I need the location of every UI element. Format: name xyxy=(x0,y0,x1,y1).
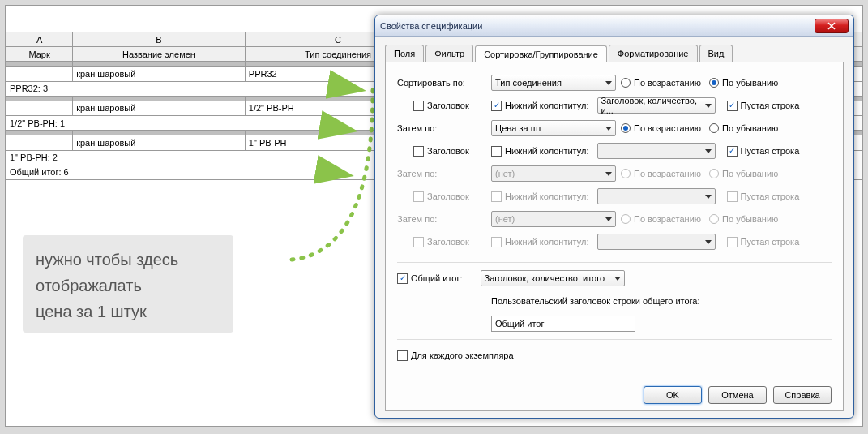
level-header-checkbox[interactable]: Заголовок xyxy=(413,101,486,111)
table-cell[interactable]: кран шаровый xyxy=(73,101,246,116)
sort-asc-radio[interactable]: По возрастанию xyxy=(621,123,701,133)
column-header[interactable]: Марк xyxy=(6,47,73,62)
cancel-button[interactable]: Отмена xyxy=(708,386,767,404)
level-footer-select xyxy=(597,234,716,250)
close-button[interactable] xyxy=(815,19,849,33)
table-cell[interactable] xyxy=(6,67,73,82)
level-header-checkbox: Заголовок xyxy=(413,191,486,202)
sort-asc-radio[interactable]: По возрастанию xyxy=(621,78,701,88)
close-icon xyxy=(827,22,836,30)
sort-desc-radio[interactable]: По убыванию xyxy=(709,123,778,133)
level-footer-select[interactable]: Заголовок, количество, и... xyxy=(597,97,716,114)
level-header-checkbox[interactable]: Заголовок xyxy=(413,146,486,157)
column-letter[interactable]: B xyxy=(73,32,246,47)
grand-total-label: Общий итог: xyxy=(411,273,463,283)
level-footer-checkbox[interactable]: Нижний колонтитул: xyxy=(491,146,589,157)
sorting-grouping-pane: Сортировать по:Тип соединенияПо возраста… xyxy=(385,62,844,411)
grand-total-checkbox[interactable]: Общий итог: xyxy=(397,273,463,284)
blank-line-checkbox[interactable]: Пустая строка xyxy=(727,101,800,111)
custom-title-label: Пользовательский заголовок строки общего… xyxy=(491,296,700,306)
then-by-label: Затем по: xyxy=(397,214,486,224)
help-button[interactable]: Справка xyxy=(773,386,832,404)
dialog-titlebar: Свойства спецификации xyxy=(375,15,853,37)
blank-line-checkbox: Пустая строка xyxy=(727,237,800,247)
sort-desc-radio: По убыванию xyxy=(709,169,778,178)
table-cell[interactable] xyxy=(6,135,73,151)
per-instance-label: Для каждого экземпляра xyxy=(411,350,514,360)
then-by-label: Затем по: xyxy=(397,123,486,133)
properties-dialog: Свойства спецификации ПоляФильтрСортиров… xyxy=(374,15,854,419)
tab-4[interactable]: Вид xyxy=(699,45,733,62)
blank-line-checkbox[interactable]: Пустая строка xyxy=(727,146,800,157)
sort-field-select[interactable]: Тип соединения xyxy=(491,75,616,91)
sort-field-select: (нет) xyxy=(491,165,616,182)
table-cell[interactable]: кран шаровый xyxy=(73,135,246,151)
level-footer-select xyxy=(597,143,716,159)
custom-title-input[interactable] xyxy=(491,316,635,332)
sort-field-select: (нет) xyxy=(491,211,616,227)
column-letter[interactable]: A xyxy=(6,32,73,47)
sort-field-select[interactable]: Цена за шт xyxy=(491,120,616,136)
tab-1[interactable]: Фильтр xyxy=(425,45,473,62)
level-header-checkbox: Заголовок xyxy=(413,237,486,247)
column-header[interactable]: Название элемен xyxy=(73,47,246,62)
level-footer-checkbox: Нижний колонтитул: xyxy=(491,191,589,202)
grand-total-select[interactable]: Заголовок, количество, итого xyxy=(481,270,625,286)
sort-asc-radio: По возрастанию xyxy=(621,169,701,178)
tab-strip: ПоляФильтрСортировка/ГруппированиеФормат… xyxy=(385,45,844,62)
table-cell[interactable]: кран шаровый xyxy=(73,67,246,82)
level-footer-select xyxy=(597,188,716,204)
annotation-line: нужно чтобы здесь xyxy=(36,247,220,273)
annotation-line: цена за 1 штук xyxy=(36,299,220,324)
per-instance-checkbox[interactable]: Для каждого экземпляра xyxy=(397,350,514,361)
then-by-label: Затем по: xyxy=(397,169,486,178)
annotation-line: отображалать xyxy=(36,273,220,299)
ok-button[interactable]: OK xyxy=(644,386,702,404)
tab-2[interactable]: Сортировка/Группирование xyxy=(475,45,607,62)
level-footer-checkbox[interactable]: Нижний колонтитул: xyxy=(491,101,589,111)
sort-by-label: Сортировать по: xyxy=(397,78,486,88)
dialog-title: Свойства спецификации xyxy=(380,21,815,31)
blank-line-checkbox: Пустая строка xyxy=(727,191,800,202)
sort-desc-radio[interactable]: По убыванию xyxy=(709,78,778,88)
tab-3[interactable]: Форматирование xyxy=(609,45,698,62)
sort-asc-radio: По возрастанию xyxy=(621,214,701,224)
sort-desc-radio: По убыванию xyxy=(709,214,778,224)
table-cell[interactable] xyxy=(6,101,73,116)
tab-0[interactable]: Поля xyxy=(385,45,424,62)
annotation-note: нужно чтобы здесь отображалать цена за 1… xyxy=(23,235,233,333)
level-footer-checkbox: Нижний колонтитул: xyxy=(491,237,589,247)
